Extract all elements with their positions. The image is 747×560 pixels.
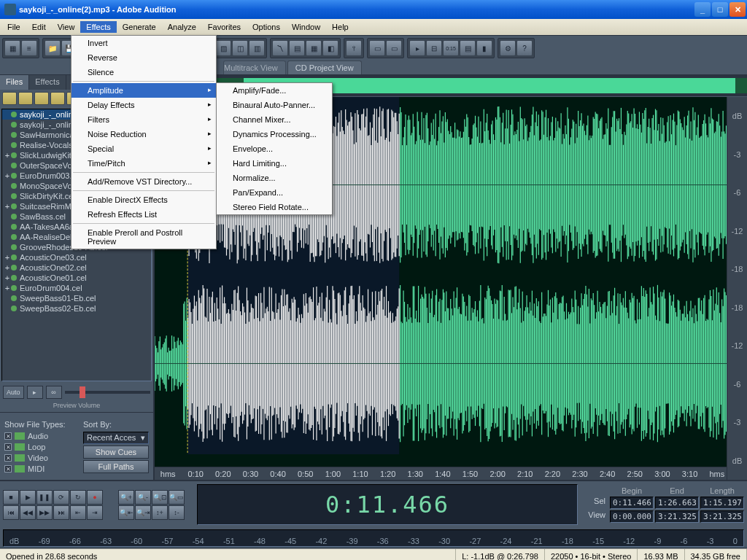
tool-win2-icon[interactable]: ▭ [386,40,402,56]
play-button[interactable]: ▶ [20,490,36,505]
menu-options[interactable]: Options [247,21,286,33]
zoom-in-left-button[interactable]: 🔍⇤ [118,505,134,520]
tool-f-icon[interactable]: ◧ [322,40,338,56]
menu-effects[interactable]: Effects [80,21,116,33]
play-to-end-button[interactable]: ↻ [70,490,86,505]
zoom-in-right-button[interactable]: 🔍⇥ [135,505,151,520]
tool-spec-icon[interactable]: 〽 [272,40,288,56]
menu-item[interactable]: Noise Reduction [71,127,216,141]
menu-edit[interactable]: Edit [26,21,52,33]
file-open-icon[interactable] [2,92,17,105]
view-end-value[interactable]: 3:21.325 [655,510,699,523]
go-start-button[interactable]: ⏮ [3,505,19,520]
close-button[interactable]: ✕ [729,2,746,17]
submenu-item[interactable]: Dynamics Processing... [217,127,332,141]
submenu-item[interactable]: Amplify/Fade... [217,83,332,98]
tool-play-icon[interactable]: ▸ [409,40,425,56]
preview-loop-icon[interactable]: ∞ [46,386,62,399]
time-ruler[interactable]: hms0:100:200:300:400:501:001:101:201:301… [155,467,727,480]
submenu-item[interactable]: Hard Limiting... [217,156,332,171]
filetype-audio[interactable]: ✕Audio [4,432,76,440]
zoom-sel-button[interactable]: 🔍▭ [169,490,185,505]
next-marker-button[interactable]: ⇥ [87,505,103,520]
maximize-button[interactable]: □ [712,2,728,17]
show-cues-button[interactable]: Show Cues [83,446,149,459]
tool-open-icon[interactable]: 📁 [44,40,61,56]
menu-favorites[interactable]: Favorites [202,21,247,33]
menu-item[interactable]: Time/Pitch [71,156,216,171]
level-meter[interactable]: dB-69-66-63-60-57-54-51-48-45-42-39-36-3… [3,529,744,547]
view-length-value[interactable]: 3:21.325 [700,510,744,523]
minimize-button[interactable]: _ [694,2,711,17]
sel-begin-value[interactable]: 0:11.466 [610,497,654,509]
tool-win1-icon[interactable]: ▭ [369,40,385,56]
tool-b-icon[interactable]: ◫ [232,40,248,56]
zoom-v-out-button[interactable]: ↕- [169,505,185,520]
tab-multitrack[interactable]: Multitrack View [223,61,286,74]
tool-new-icon[interactable]: ▦ [4,40,20,56]
tool-meter-icon[interactable]: ▮ [476,40,492,56]
tool-c-icon[interactable]: ▥ [249,40,265,56]
view-begin-value[interactable]: 0:00.000 [610,510,654,523]
pause-button[interactable]: ❚❚ [36,490,53,505]
menu-item[interactable]: Filters [71,112,216,127]
menu-item[interactable]: Enable Preroll and Postroll Preview [71,225,216,249]
auto-button[interactable]: Auto [3,386,24,399]
tool-d-icon[interactable]: ▤ [289,40,305,56]
menu-item[interactable]: Silence [71,65,216,79]
menu-help[interactable]: Help [326,21,355,33]
sidebar-tab-files[interactable]: Files [0,75,29,90]
tool-time-icon[interactable]: 0:15 [443,40,459,56]
menu-window[interactable]: Window [286,21,326,33]
sel-length-value[interactable]: 1:15.197 [700,497,744,509]
menu-view[interactable]: View [52,21,81,33]
tool-opts-icon[interactable]: ⚙ [500,40,516,56]
sidebar-tab-effects[interactable]: Effects [29,75,66,90]
menu-item[interactable]: Reverse [71,50,216,65]
sort-combo[interactable]: Recent Acces▾ [83,432,149,444]
submenu-item[interactable]: Envelope... [217,141,332,156]
menu-item[interactable]: Amplitude [71,83,216,98]
submenu-item[interactable]: Binaural Auto-Panner... [217,98,332,112]
submenu-item[interactable]: Pan/Expand... [217,185,332,200]
menu-item[interactable]: Delay Effects [71,98,216,112]
tool-a-icon[interactable]: ▨ [215,40,231,56]
filetype-video[interactable]: ✕Video [4,454,76,462]
filetype-midi[interactable]: ✕MIDI [4,464,76,473]
full-paths-button[interactable]: Full Paths [83,460,149,473]
file-item[interactable]: +AcousticOne02.cel [2,262,151,273]
menu-item[interactable]: Enable DirectX Effects [71,192,216,207]
submenu-item[interactable]: Channel Mixer... [217,112,332,127]
tool-e-icon[interactable]: ▦ [306,40,322,56]
file-close-icon[interactable] [18,92,33,105]
record-button[interactable]: ● [87,490,103,505]
menu-item[interactable]: Add/Remove VST Directory... [71,174,216,189]
zoom-v-in-button[interactable]: ↕+ [152,505,168,520]
zoom-full-button[interactable]: 🔍⊡ [152,490,168,505]
submenu-item[interactable]: Normalize... [217,171,332,185]
file-item[interactable]: SweepBass02-Eb.cel [2,303,151,314]
preview-play-icon[interactable]: ▸ [27,386,43,399]
file-item[interactable]: SweepBass01-Eb.cel [2,293,151,303]
forward-button[interactable]: ▶▶ [36,505,53,520]
prev-marker-button[interactable]: ⇤ [70,505,86,520]
file-item[interactable]: +AcousticOne01.cel [2,273,151,283]
menu-item[interactable]: Invert [71,36,216,50]
menu-item[interactable]: Special [71,141,216,156]
tool-seg-icon[interactable]: ⊟ [426,40,442,56]
time-display[interactable]: 0:11.466 [197,484,578,525]
menu-item[interactable]: Refresh Effects List [71,207,216,222]
tool-mark-icon[interactable]: ⫯ [346,40,362,56]
go-end-button[interactable]: ⏭ [53,505,69,520]
tool-track-icon[interactable]: ≡ [21,40,37,56]
zoom-out-button[interactable]: 🔍- [135,490,151,505]
stop-button[interactable]: ■ [3,490,19,505]
tab-cdproject[interactable]: CD Project View [287,61,362,74]
menu-analyze[interactable]: Analyze [162,21,202,33]
file-item[interactable]: +AcousticOne03.cel [2,252,151,262]
file-item[interactable]: +EuroDrum004.cel [2,283,151,293]
file-insert-icon[interactable] [34,92,49,105]
preview-volume-slider[interactable] [65,391,150,394]
play-loop-button[interactable]: ⟳ [53,490,69,505]
tool-help-icon[interactable]: ? [516,40,533,56]
